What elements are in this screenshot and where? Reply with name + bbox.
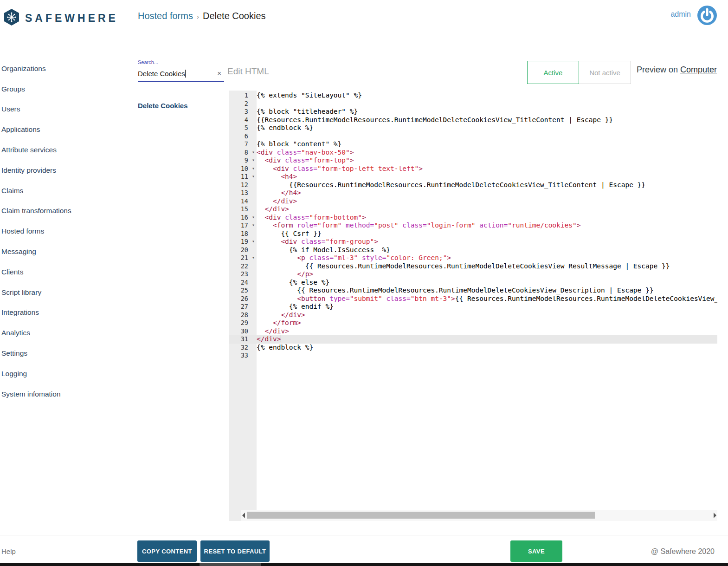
safewhere-admin-page: SAFEWHERE Hosted forms › Delete Cookies …	[0, 0, 728, 566]
code-line[interactable]: 21▾ <p class="ml-3" style="color: Green;…	[229, 254, 717, 262]
sidebar-item-groups[interactable]: Groups	[0, 79, 138, 99]
text-cursor	[185, 70, 186, 78]
code-line[interactable]: 4{{Resources.RuntimeModelResources.Runti…	[229, 116, 717, 124]
sidebar-item-clients[interactable]: Clients	[0, 262, 138, 282]
scroll-right-arrow-icon[interactable]	[714, 513, 716, 518]
logged-in-user: admin	[670, 10, 691, 19]
code-line[interactable]: 2	[229, 100, 717, 108]
breadcrumb-current: Delete Cookies	[203, 11, 266, 21]
fold-arrow-icon[interactable]: ▾	[252, 254, 255, 262]
clear-search-icon[interactable]: ×	[217, 69, 221, 77]
copy-content-button[interactable]: COPY CONTENT	[137, 540, 197, 562]
scroll-left-arrow-icon[interactable]	[242, 513, 245, 518]
sidebar: OrganizationsGroupsUsersApplicationsAttr…	[0, 59, 138, 404]
line-number: 31	[229, 335, 257, 344]
code-line[interactable]: 15 </div>	[229, 205, 717, 214]
line-number: 7	[229, 140, 257, 149]
search-label: Search...	[138, 59, 225, 65]
code-line[interactable]: 26 <button type="submit" class="btn mt-3…	[229, 295, 717, 303]
sidebar-item-hosted-forms[interactable]: Hosted forms	[0, 221, 138, 241]
code-line[interactable]: 23 </p>	[229, 270, 717, 279]
html-code-editor[interactable]: 1{% extends "SiteLayout" %}23{% block "t…	[229, 91, 717, 521]
code-line[interactable]: 30 </div>	[229, 327, 717, 336]
sidebar-item-integrations[interactable]: Integrations	[0, 303, 138, 323]
fold-arrow-icon[interactable]: ▾	[252, 148, 255, 156]
code-line[interactable]: 9▾ <div class="form-top">	[229, 156, 717, 165]
sidebar-item-system-infomation[interactable]: System infomation	[0, 384, 138, 404]
line-number: 12	[229, 181, 257, 189]
not-active-button[interactable]: Not active	[579, 61, 631, 84]
code-line[interactable]: 5{% endblock %}	[229, 124, 717, 132]
save-button[interactable]: SAVE	[510, 540, 562, 562]
fold-arrow-icon[interactable]: ▾	[252, 213, 255, 221]
line-number: 24	[229, 279, 257, 287]
line-number: 33	[229, 351, 257, 360]
line-number: 22	[229, 262, 257, 271]
editor-caret	[281, 335, 281, 342]
fold-arrow-icon[interactable]: ▾	[252, 237, 255, 246]
active-button[interactable]: Active	[527, 61, 579, 84]
code-line[interactable]: 12 {{Resources.RuntimeModelResources.Run…	[229, 181, 717, 189]
copyright-text: @ Safewhere 2020	[651, 547, 715, 556]
code-line[interactable]: 8▾<div class="nav-box-50">	[229, 149, 717, 157]
code-line[interactable]: 32{% endblock %}	[229, 344, 717, 352]
sidebar-item-claims[interactable]: Claims	[0, 181, 138, 201]
code-line[interactable]: 28 </div>	[229, 311, 717, 319]
sidebar-item-claim-transformations[interactable]: Claim transformations	[0, 201, 138, 221]
code-line[interactable]: 6	[229, 132, 717, 141]
code-line[interactable]: 29 </form>	[229, 319, 717, 327]
code-line[interactable]: 10▾ <div class="form-top-left text-left"…	[229, 165, 717, 173]
code-line[interactable]: 27 {% endif %}	[229, 303, 717, 311]
sidebar-item-settings[interactable]: Settings	[0, 343, 138, 364]
code-line[interactable]: 24 {% else %}	[229, 279, 717, 287]
fold-arrow-icon[interactable]: ▾	[252, 172, 255, 181]
sidebar-item-analytics[interactable]: Analytics	[0, 323, 138, 343]
search-input[interactable]: Delete Cookies ×	[138, 68, 225, 80]
sidebar-item-messaging[interactable]: Messaging	[0, 241, 138, 262]
scrollbar-thumb[interactable]	[247, 512, 595, 519]
code-line[interactable]: 14 </div>	[229, 197, 717, 206]
sidebar-item-script-library[interactable]: Script library	[0, 282, 138, 303]
action-bar: Help COPY CONTENT RESET TO DEFAULT SAVE …	[0, 535, 728, 563]
screen-edge-segment	[200, 563, 261, 566]
logout-power-icon[interactable]	[696, 5, 718, 26]
line-number: 28	[229, 311, 257, 319]
code-line[interactable]: 20 {% if Model.IsSuccess %}	[229, 246, 717, 254]
code-line[interactable]: 13 </h4>	[229, 189, 717, 197]
code-line[interactable]: 16▾ <div class="form-bottom">	[229, 214, 717, 222]
sidebar-item-users[interactable]: Users	[0, 99, 138, 120]
sidebar-item-applications[interactable]: Applications	[0, 119, 138, 140]
help-link[interactable]: Help	[1, 547, 16, 555]
fold-arrow-icon[interactable]: ▾	[252, 221, 255, 229]
code-line[interactable]: 11▾ <h4>	[229, 173, 717, 181]
sidebar-item-attribute-services[interactable]: Attribute services	[0, 140, 138, 160]
line-number: 21▾	[229, 254, 257, 262]
line-number: 23	[229, 270, 257, 279]
breadcrumb-section-link[interactable]: Hosted forms	[138, 11, 193, 21]
code-line[interactable]: 3{% block "titleheader" %}	[229, 108, 717, 116]
code-line[interactable]: 18 {{ Csrf }}	[229, 230, 717, 238]
code-line[interactable]: 17▾ <form role="form" method="post" clas…	[229, 221, 717, 230]
screen-edge-strip	[0, 563, 728, 566]
sidebar-item-logging[interactable]: Logging	[0, 364, 138, 384]
code-line[interactable]: 7{% block "content" %}	[229, 140, 717, 149]
line-number: 9▾	[229, 156, 257, 165]
code-line[interactable]: 22 {{ Resources.RuntimeModelResources.Ru…	[229, 262, 717, 271]
line-number: 6	[229, 132, 257, 141]
safewhere-logo-icon	[4, 8, 19, 28]
code-line[interactable]: 19▾ <div class="form-group">	[229, 238, 717, 246]
sidebar-item-organizations[interactable]: Organizations	[0, 59, 138, 79]
code-line[interactable]: 33	[229, 351, 717, 360]
code-line[interactable]: 1{% extends "SiteLayout" %}	[229, 91, 717, 100]
editor-lines[interactable]: 1{% extends "SiteLayout" %}23{% block "t…	[229, 91, 717, 360]
horizontal-scrollbar[interactable]	[241, 510, 717, 521]
list-item-delete-cookies[interactable]: Delete Cookies	[138, 102, 225, 110]
reset-to-default-button[interactable]: RESET TO DEFAULT	[200, 540, 270, 562]
sidebar-item-identity-providers[interactable]: Identity providers	[0, 160, 138, 181]
code-line[interactable]: 31</div>	[229, 335, 717, 344]
preview-computer-link[interactable]: Computer	[680, 65, 717, 74]
fold-arrow-icon[interactable]: ▾	[252, 156, 255, 164]
brand[interactable]: SAFEWHERE	[4, 8, 118, 28]
code-line[interactable]: 25 {{ Resources.RuntimeModelResources.Ru…	[229, 286, 717, 295]
fold-arrow-icon[interactable]: ▾	[252, 164, 255, 173]
